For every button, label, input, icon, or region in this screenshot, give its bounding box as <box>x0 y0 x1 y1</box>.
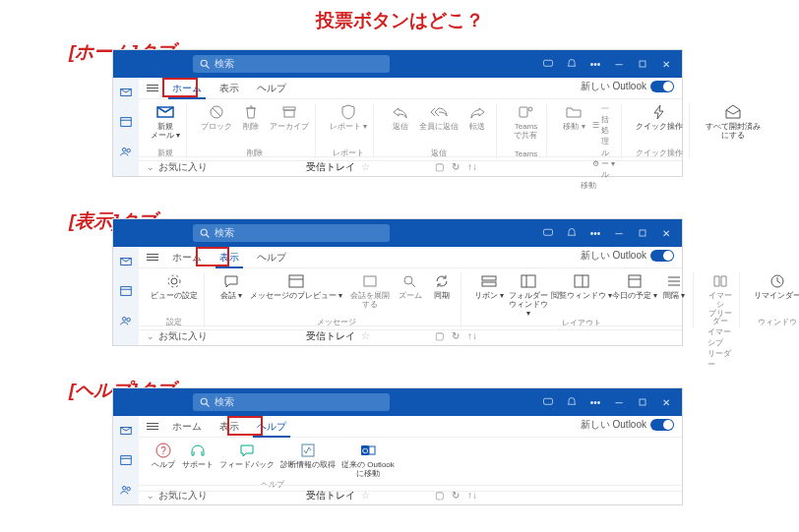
minimize-icon[interactable]: ─ <box>613 227 625 239</box>
cmd-forward[interactable]: 転送 <box>464 103 490 132</box>
hamburger-icon[interactable] <box>147 423 158 430</box>
tab-view[interactable]: 表示 <box>215 418 243 436</box>
cmd-zoom[interactable]: ズーム <box>398 272 423 301</box>
mail-icon[interactable] <box>119 424 133 438</box>
filter-icon[interactable]: ▢ <box>435 161 444 172</box>
search-box[interactable]: 検索 <box>193 224 390 242</box>
cmd-markread[interactable]: すべて開封済みにする <box>704 103 763 141</box>
people-icon[interactable] <box>119 483 133 497</box>
cmd-today[interactable]: 今日の予定 ▾ <box>615 272 655 301</box>
bell-icon[interactable] <box>566 227 578 239</box>
cmd-help[interactable]: ?ヘルプ <box>151 442 176 470</box>
cmd-spacing[interactable]: 間隔 ▾ <box>661 272 687 301</box>
hamburger-icon[interactable] <box>147 85 158 91</box>
cmd-ribbon-layout[interactable]: リボン ▾ <box>475 272 502 301</box>
cmd-classic-outlook[interactable]: O従来の Outlook に移動 <box>341 442 395 479</box>
tab-home[interactable]: ホーム <box>168 80 206 97</box>
maximize-icon[interactable] <box>637 58 648 70</box>
search-box[interactable]: 検索 <box>193 393 390 411</box>
cmd-view-settings[interactable]: ビューの設定 <box>151 272 198 301</box>
cmd-block[interactable]: ブロック <box>201 103 232 132</box>
new-outlook-toggle[interactable]: 新しい Outlook <box>581 80 674 93</box>
mail-icon[interactable] <box>119 255 133 268</box>
cmd-move[interactable]: 移動 ▾ <box>561 103 586 132</box>
cmd-report[interactable]: レポート ▾ <box>330 103 367 132</box>
cmd-delete[interactable]: 削除 <box>238 103 264 132</box>
cmd-reading-pane[interactable]: 閲覧ウィンドウ ▾ <box>554 272 608 301</box>
toggle-switch[interactable] <box>650 81 674 92</box>
tab-home[interactable]: ホーム <box>168 418 206 436</box>
chat-icon[interactable] <box>542 58 554 70</box>
more-icon[interactable]: ••• <box>589 58 601 70</box>
star-icon[interactable]: ☆ <box>361 161 370 172</box>
calendar-icon[interactable] <box>119 284 133 298</box>
cmd-reply[interactable]: 返信 <box>388 103 413 132</box>
cmd-sync[interactable]: 同期 <box>429 272 455 301</box>
cmd-replyall[interactable]: 全員に返信 <box>419 103 459 132</box>
refresh-icon[interactable]: ↻ <box>452 161 460 172</box>
new-outlook-toggle[interactable]: 新しい Outlook <box>581 418 674 432</box>
cmd-archive[interactable]: アーカイブ <box>270 103 309 132</box>
mail-icon[interactable] <box>119 86 133 99</box>
hamburger-icon[interactable] <box>147 254 158 261</box>
inbox-header[interactable]: 受信トレイ☆ ▢ ↻ ↑↓ <box>306 160 477 174</box>
people-icon[interactable] <box>119 314 133 327</box>
tab-help[interactable]: ヘルプ <box>253 249 290 266</box>
cmd-new-mail[interactable]: 新規メール ▾ <box>151 103 180 141</box>
chat-icon[interactable] <box>542 227 554 239</box>
cmd-conversation[interactable]: 会話 ▾ <box>218 272 244 301</box>
refresh-icon[interactable]: ↻ <box>452 490 460 501</box>
close-icon[interactable]: ✕ <box>660 227 672 239</box>
tab-help[interactable]: ヘルプ <box>253 80 290 97</box>
filter-icon[interactable]: ▢ <box>435 330 444 341</box>
cmd-quickop[interactable]: クイック操作 <box>636 103 683 132</box>
cmd-immersive[interactable]: イマーシ ブリーダー <box>707 272 733 326</box>
block-icon <box>207 103 226 121</box>
favorites-expander[interactable]: ⌄お気に入り <box>147 329 208 343</box>
tab-home[interactable]: ホーム <box>168 249 206 266</box>
cmd-preview[interactable]: メッセージのプレビュー ▾ <box>250 272 342 301</box>
tab-help[interactable]: ヘルプ <box>253 418 290 436</box>
new-outlook-toggle[interactable]: 新しい Outlook <box>581 249 674 263</box>
cmd-quickactions[interactable]: ☰一括処理 <box>592 103 615 147</box>
cmd-folder-pane[interactable]: フォルダー ウィンドウ ▾ <box>508 272 548 318</box>
filter-icon[interactable]: ▢ <box>435 490 444 501</box>
maximize-icon[interactable] <box>637 227 648 239</box>
cmd-support[interactable]: サポート <box>182 442 214 470</box>
toggle-switch[interactable] <box>650 250 674 262</box>
sort-icon[interactable]: ↑↓ <box>467 161 477 172</box>
minimize-icon[interactable]: ─ <box>613 396 625 408</box>
inbox-header[interactable]: 受信トレイ☆ ▢ ↻ ↑↓ <box>306 489 477 502</box>
tab-view[interactable]: 表示 <box>215 249 243 266</box>
people-icon[interactable] <box>119 145 133 158</box>
tab-view[interactable]: 表示 <box>215 80 243 97</box>
toggle-switch[interactable] <box>650 419 674 431</box>
reply-icon <box>391 103 410 121</box>
more-icon[interactable]: ••• <box>589 396 601 408</box>
sort-icon[interactable]: ↑↓ <box>467 490 477 501</box>
cmd-reminder[interactable]: リマインダー <box>754 272 799 301</box>
cmd-diagnostics[interactable]: 診断情報の取得 <box>280 442 336 470</box>
bell-icon[interactable] <box>566 58 578 70</box>
cmd-feedback[interactable]: フィードバック <box>219 442 275 470</box>
zoom-icon <box>400 272 420 290</box>
close-icon[interactable]: ✕ <box>660 396 672 408</box>
calendar-icon[interactable] <box>119 115 133 129</box>
search-box[interactable]: 検索 <box>193 55 390 73</box>
star-icon[interactable]: ☆ <box>361 490 370 501</box>
maximize-icon[interactable] <box>637 396 648 408</box>
cmd-teams[interactable]: Teams で共有 <box>511 103 540 141</box>
favorites-expander[interactable]: ⌄お気に入り <box>147 489 208 502</box>
more-icon[interactable]: ••• <box>589 227 601 239</box>
minimize-icon[interactable]: ─ <box>613 58 625 70</box>
inbox-header[interactable]: 受信トレイ☆ ▢ ↻ ↑↓ <box>306 329 477 343</box>
sort-icon[interactable]: ↑↓ <box>467 330 477 341</box>
close-icon[interactable]: ✕ <box>660 58 672 70</box>
chat-icon[interactable] <box>542 396 554 408</box>
favorites-expander[interactable]: ⌄お気に入り <box>147 160 208 174</box>
bell-icon[interactable] <box>566 396 578 408</box>
cmd-expand[interactable]: 会話を展開する <box>348 272 392 310</box>
refresh-icon[interactable]: ↻ <box>452 330 460 341</box>
calendar-icon[interactable] <box>119 453 133 467</box>
star-icon[interactable]: ☆ <box>361 330 370 341</box>
